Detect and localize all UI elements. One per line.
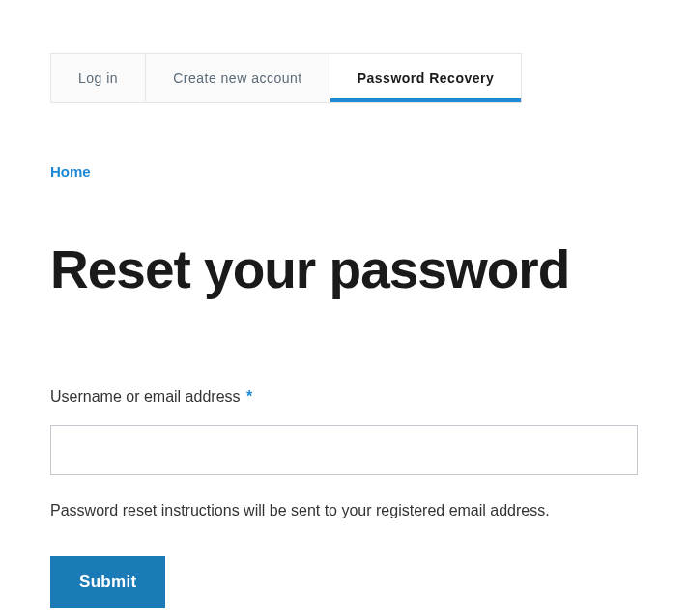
tab-password-recovery[interactable]: Password Recovery (330, 54, 522, 102)
auth-tabs: Log in Create new account Password Recov… (50, 53, 522, 103)
field-label-text: Username or email address (50, 388, 241, 405)
tab-login[interactable]: Log in (51, 54, 146, 102)
breadcrumb-home-link[interactable]: Home (50, 163, 91, 180)
breadcrumb: Home (50, 163, 638, 181)
required-marker: * (246, 388, 252, 405)
password-reset-form: Username or email address * Password res… (50, 388, 638, 608)
help-text: Password reset instructions will be sent… (50, 502, 638, 519)
username-email-input[interactable] (50, 425, 638, 475)
tab-create-account[interactable]: Create new account (146, 54, 330, 102)
username-email-label: Username or email address * (50, 388, 252, 405)
page-title: Reset your password (50, 240, 638, 299)
submit-button[interactable]: Submit (50, 556, 165, 608)
